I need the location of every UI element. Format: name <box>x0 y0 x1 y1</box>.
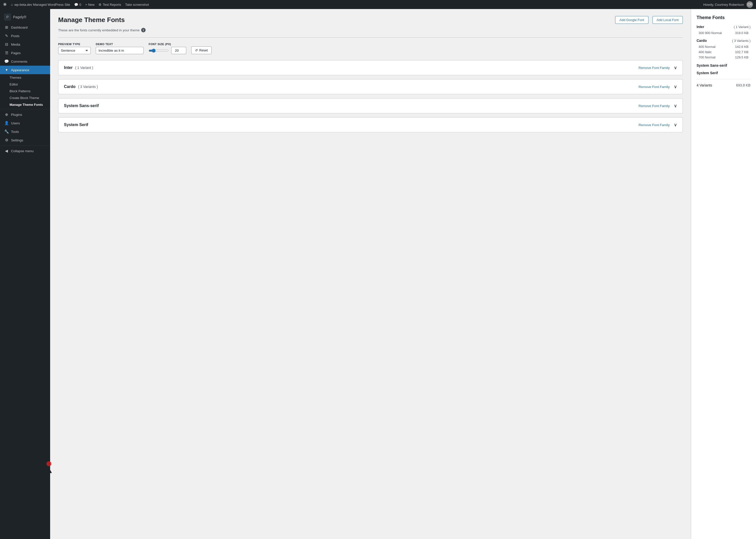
site-name[interactable]: ⌂ wp-beta.dev Managed WordPress Site <box>11 3 70 7</box>
font-row-system-serif-right: Remove Font Family ∨ <box>639 122 677 127</box>
font-row-cardo-left: Cardo ( 3 Variants ) <box>64 85 98 89</box>
sidebar-item-plugins[interactable]: ⊕ Plugins <box>0 110 50 119</box>
total-size-label: 693.8 KB <box>736 83 750 87</box>
sidebar-item-users[interactable]: 👤 Users <box>0 119 50 127</box>
font-size-label: FONT SIZE (PX) <box>149 42 186 45</box>
brand-label: Pagely® <box>13 15 26 19</box>
wp-logo-icon: ✺ <box>3 2 7 7</box>
sidebar-item-comments[interactable]: 💬 Comments <box>0 57 50 66</box>
controls-row: PREVIEW TYPE Sentence Alphabet Custom DE… <box>58 42 683 54</box>
rs-system-sans-name: System Sans-serif <box>697 63 750 67</box>
rs-cardo-header: Cardo ( 3 Variants ) <box>697 38 750 42</box>
avatar[interactable]: CR <box>746 1 753 8</box>
add-google-font-button[interactable]: Add Google Font <box>615 16 648 24</box>
sidebar-item-block-patterns[interactable]: Block Patterns <box>0 88 50 95</box>
right-sidebar: Theme Fonts Inter ( 1 Variant ) 300 900 … <box>691 9 756 539</box>
expand-cardo-icon[interactable]: ∨ <box>674 84 677 90</box>
add-local-font-button[interactable]: Add Local Font <box>652 16 683 24</box>
layout: P Pagely® ⊞ Dashboard ✎ Posts ⊟ Media ☰ … <box>0 9 756 539</box>
user-greeting: Howdy, Courtney Robertson <box>703 3 744 7</box>
remove-system-sans-button[interactable]: Remove Font Family <box>639 104 670 108</box>
remove-cardo-button[interactable]: Remove Font Family <box>639 85 670 89</box>
sidebar-item-settings[interactable]: ⚙ Settings <box>0 136 50 144</box>
font-name-system-sans: System Sans-serif <box>64 104 99 108</box>
site-name-label: wp-beta.dev Managed WordPress Site <box>14 3 70 7</box>
dashboard-icon: ⊞ <box>4 25 9 30</box>
sidebar: P Pagely® ⊞ Dashboard ✎ Posts ⊟ Media ☰ … <box>0 9 50 539</box>
page-title: Manage Theme Fonts <box>58 16 611 24</box>
new-button[interactable]: + New <box>85 3 95 7</box>
users-icon: 👤 <box>4 121 9 125</box>
collapse-icon: ◀ <box>4 149 9 153</box>
rs-cardo-variants: ( 3 Variants ) <box>732 39 750 42</box>
sidebar-item-manage-theme-fonts[interactable]: Manage Theme Fonts <box>0 101 50 108</box>
font-size-slider[interactable] <box>149 49 169 53</box>
appearance-icon: ✦ <box>4 68 9 72</box>
font-row-system-sans-right: Remove Font Family ∨ <box>639 103 677 109</box>
sidebar-item-posts[interactable]: ✎ Posts <box>0 32 50 40</box>
expand-system-serif-icon[interactable]: ∨ <box>674 122 677 127</box>
site-home-icon: ⌂ <box>11 3 13 7</box>
font-row-cardo: Cardo ( 3 Variants ) Remove Font Family … <box>58 79 683 94</box>
sidebar-brand[interactable]: P Pagely® <box>0 11 50 23</box>
reports-icon: ⚙ <box>99 3 102 7</box>
font-row-system-serif-left: System Serif <box>64 122 88 127</box>
test-reports-button[interactable]: ⚙ Test Reports <box>99 3 121 7</box>
tools-icon: 🔧 <box>4 129 9 134</box>
right-sidebar-title: Theme Fonts <box>697 15 750 20</box>
font-row-inter-right: Remove Font Family ∨ <box>639 65 677 70</box>
font-row-cardo-right: Remove Font Family ∨ <box>639 84 677 90</box>
rs-cardo-name: Cardo <box>697 38 707 42</box>
preview-type-select[interactable]: Sentence Alphabet Custom <box>58 47 91 54</box>
total-variants-label: 4 Variants <box>697 83 712 87</box>
demo-text-input[interactable] <box>96 47 144 54</box>
font-row-inter: Inter ( 1 Variant ) Remove Font Family ∨ <box>58 60 683 75</box>
rs-cardo-variant-2: 700 Normal 129.5 KB <box>697 55 750 60</box>
sidebar-item-tools[interactable]: 🔧 Tools <box>0 127 50 136</box>
comments-nav-icon: 💬 <box>4 59 9 64</box>
rs-system-serif-name: System Serif <box>697 71 750 75</box>
reset-icon: ↺ <box>195 48 198 52</box>
rs-inter-variants: ( 1 Variant ) <box>734 25 750 29</box>
collapse-menu-button[interactable]: ◀ Collapse menu <box>0 147 50 155</box>
sidebar-item-editor[interactable]: Editor <box>0 81 50 88</box>
page-header: Manage Theme Fonts Add Google Font Add L… <box>58 16 683 24</box>
demo-text-label: DEMO TEXT <box>96 42 144 45</box>
font-name-cardo: Cardo <box>64 85 75 89</box>
rs-cardo-variant-1: 400 Italic 102.7 KB <box>697 49 750 55</box>
sidebar-item-dashboard[interactable]: ⊞ Dashboard <box>0 23 50 32</box>
font-size-group: FONT SIZE (PX) <box>149 42 186 54</box>
settings-icon: ⚙ <box>4 138 9 142</box>
reset-button[interactable]: ↺ Reset <box>191 46 211 54</box>
sidebar-item-pages[interactable]: ☰ Pages <box>0 49 50 57</box>
comments-count[interactable]: 💬 0 <box>74 3 81 7</box>
font-variant-count-cardo: ( 3 Variants ) <box>78 85 98 89</box>
rs-inter-header: Inter ( 1 Variant ) <box>697 25 750 29</box>
sidebar-item-themes[interactable]: Themes <box>0 74 50 81</box>
screenshot-button[interactable]: Take screenshot <box>125 3 149 7</box>
rs-divider <box>697 79 750 79</box>
font-row-inter-left: Inter ( 1 Variant ) <box>64 65 93 70</box>
plugins-icon: ⊕ <box>4 112 9 117</box>
font-variant-count-inter: ( 1 Variant ) <box>75 66 93 70</box>
expand-system-sans-icon[interactable]: ∨ <box>674 103 677 109</box>
posts-icon: ✎ <box>4 34 9 38</box>
rs-footer: 4 Variants 693.8 KB <box>697 83 750 87</box>
font-size-input[interactable] <box>171 47 186 54</box>
preview-type-group: PREVIEW TYPE Sentence Alphabet Custom <box>58 42 91 54</box>
remove-inter-button[interactable]: Remove Font Family <box>639 66 670 70</box>
font-name-system-serif: System Serif <box>64 122 88 127</box>
demo-text-group: DEMO TEXT <box>96 42 144 54</box>
font-row-system-sans-left: System Sans-serif <box>64 104 99 108</box>
remove-system-serif-button[interactable]: Remove Font Family <box>639 123 670 127</box>
sidebar-item-create-block-theme[interactable]: Create Block Theme <box>0 95 50 101</box>
font-size-controls <box>149 47 186 54</box>
sidebar-item-appearance[interactable]: ✦ Appearance <box>0 66 50 74</box>
sidebar-item-media[interactable]: ⊟ Media <box>0 40 50 49</box>
rs-inter-name: Inter <box>697 25 704 29</box>
pages-icon: ☰ <box>4 51 9 55</box>
expand-inter-icon[interactable]: ∨ <box>674 65 677 70</box>
pagely-icon: P <box>4 14 11 21</box>
page-content: Manage Theme Fonts Add Google Font Add L… <box>50 9 691 539</box>
info-icon[interactable]: i <box>141 28 146 32</box>
